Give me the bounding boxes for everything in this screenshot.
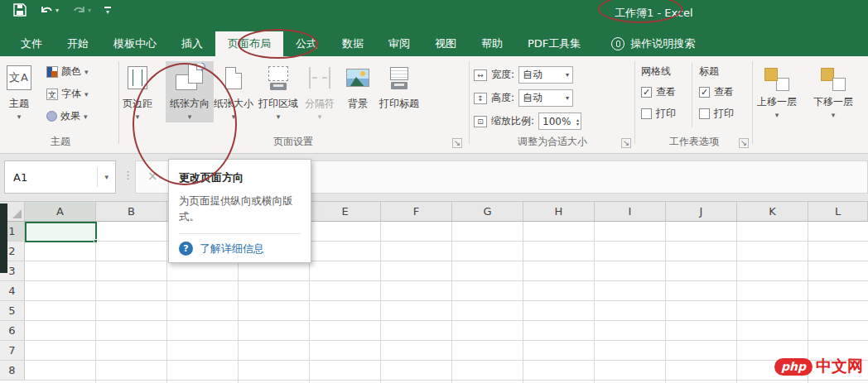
send-backward-icon: [821, 68, 846, 91]
group-separator: [469, 61, 470, 144]
tell-me-label: 操作说明搜索: [630, 36, 695, 51]
margins-label: 页边距: [123, 97, 152, 111]
formula-bar: A1 ▾ ⋮ ×: [0, 154, 868, 202]
themes-button[interactable]: 文A 主题 ▾: [7, 61, 31, 121]
customize-qat-button[interactable]: ▾: [104, 7, 111, 14]
tell-me-search[interactable]: 操作说明搜索: [611, 31, 695, 56]
cancel-icon: ×: [147, 169, 158, 184]
orientation-label: 纸张方向: [170, 97, 210, 111]
bring-forward-button[interactable]: 上移一层 ▾: [757, 66, 797, 119]
undo-button[interactable]: ▾: [40, 4, 59, 17]
group-page-setup: 页边距 ▾ ⤸ 纸张方向 ▾ 纸张大小 ▾ 打印区域 ▾ 分隔符 ▾ 背景: [121, 60, 465, 151]
row-header-4[interactable]: 4: [0, 281, 25, 301]
checkbox-checked-icon[interactable]: ✓: [699, 87, 710, 98]
column-header-e[interactable]: E: [310, 202, 381, 221]
tab-file[interactable]: 文件: [8, 31, 55, 56]
checkbox-unchecked-icon[interactable]: [641, 108, 652, 119]
height-select[interactable]: 自动▾: [518, 89, 573, 107]
sheet-options-dialog-launcher[interactable]: ↘: [739, 138, 749, 148]
theme-fonts-icon: 文: [46, 89, 58, 100]
scale-icon: ⊡: [474, 116, 487, 127]
group-label-page-setup: 页面设置: [121, 135, 465, 149]
tell-me-more-label: 了解详细信息: [200, 242, 264, 256]
paper-size-button[interactable]: 纸张大小 ▾: [214, 61, 253, 121]
sheet-options-divider: [692, 63, 692, 127]
height-icon: ↕: [474, 93, 487, 104]
group-separator: [118, 61, 119, 144]
print-area-label: 打印区域: [258, 97, 298, 111]
column-header-g[interactable]: G: [452, 202, 523, 221]
print-area-icon: [268, 66, 288, 81]
group-scale-to-fit: ↔ 宽度: 自动▾ ↕ 高度: 自动▾ ⊡ 缩放比例: 100%▴▾ 调整为合适…: [472, 60, 633, 151]
sheet-grid[interactable]: [25, 222, 868, 383]
column-header-f[interactable]: F: [381, 202, 452, 221]
headings-print-option[interactable]: 打印: [699, 107, 734, 121]
row-header-8[interactable]: 8: [0, 361, 25, 381]
supertip-orientation: 更改页面方向 为页面提供纵向或横向版式。 ? 了解详细信息: [168, 159, 311, 263]
column-header-k[interactable]: K: [737, 202, 808, 221]
tab-review[interactable]: 审阅: [376, 31, 422, 56]
name-box[interactable]: A1 ▾: [4, 160, 116, 194]
column-header-a[interactable]: A: [25, 202, 96, 221]
orientation-button[interactable]: ⤸ 纸张方向 ▾: [166, 61, 214, 122]
gridlines-view-option[interactable]: ✓ 查看: [641, 85, 676, 99]
width-select[interactable]: 自动▾: [518, 66, 573, 84]
ribbon-tab-bar: 文件 开始 模板中心 插入 页面布局 公式 数据 审阅 视图 帮助 PDF工具集…: [0, 25, 868, 56]
tell-me-more-link[interactable]: ? 了解详细信息: [179, 242, 301, 256]
scale-value: 100%: [542, 116, 571, 127]
tab-home[interactable]: 开始: [55, 31, 101, 56]
tab-page-layout[interactable]: 页面布局: [215, 31, 283, 56]
formula-bar-handle[interactable]: ⋮: [123, 169, 133, 181]
paper-size-label: 纸张大小: [214, 97, 253, 111]
margins-button[interactable]: 页边距 ▾: [123, 61, 152, 121]
scale-dialog-launcher[interactable]: ↘: [621, 138, 631, 148]
row-header-6[interactable]: 6: [0, 321, 25, 341]
tab-insert[interactable]: 插入: [169, 31, 215, 56]
selected-cell-a1[interactable]: [25, 222, 97, 242]
row-header-7[interactable]: 7: [0, 341, 25, 361]
headings-view-option[interactable]: ✓ 查看: [699, 85, 734, 99]
tab-data[interactable]: 数据: [330, 31, 376, 56]
name-box-value: A1: [5, 171, 97, 184]
width-label: 宽度:: [491, 68, 514, 82]
scale-spinner[interactable]: 100%▴▾: [538, 113, 581, 130]
tab-formulas[interactable]: 公式: [283, 31, 330, 56]
column-header-j[interactable]: J: [666, 202, 737, 221]
print-area-button[interactable]: 打印区域 ▾: [258, 61, 298, 121]
undo-dropdown-icon[interactable]: ▾: [55, 7, 59, 14]
theme-effects-button[interactable]: 效果 ▾: [46, 109, 88, 123]
page-setup-dialog-launcher[interactable]: ↘: [452, 138, 462, 148]
print-titles-icon: [390, 67, 408, 80]
print-titles-button[interactable]: 打印标题: [379, 61, 419, 111]
help-icon: ?: [179, 242, 193, 256]
gridlines-print-option[interactable]: 打印: [641, 107, 676, 121]
tab-template-center[interactable]: 模板中心: [101, 31, 169, 56]
checkbox-checked-icon[interactable]: ✓: [641, 87, 652, 98]
background-button[interactable]: 背景: [346, 61, 369, 111]
column-header-i[interactable]: I: [595, 202, 666, 221]
gridlines-view-label: 查看: [656, 85, 676, 99]
headings-print-label: 打印: [714, 107, 734, 121]
gridlines-options: 网格线 ✓ 查看 打印: [641, 65, 676, 128]
tooltip-body: 为页面提供纵向或横向版式。: [179, 193, 301, 225]
theme-colors-button[interactable]: 颜色 ▾: [46, 65, 89, 79]
row-header-5[interactable]: 5: [0, 301, 25, 321]
name-box-dropdown-icon[interactable]: ▾: [97, 167, 115, 187]
breaks-button: 分隔符 ▾: [305, 61, 335, 121]
send-backward-button[interactable]: 下移一层 ▾: [813, 66, 853, 119]
tab-pdf-tools[interactable]: PDF工具集: [515, 31, 593, 56]
group-themes: 文A 主题 ▾ 颜色 ▾ 文 字体 ▾ 效果 ▾ 主题: [3, 60, 118, 151]
tab-help[interactable]: 帮助: [469, 31, 515, 56]
theme-colors-label: 颜色: [61, 65, 81, 79]
fill-handle[interactable]: [94, 239, 98, 243]
checkbox-unchecked-icon[interactable]: [699, 108, 710, 119]
column-header-l[interactable]: L: [808, 202, 868, 221]
column-header-h[interactable]: H: [523, 202, 595, 221]
save-icon[interactable]: [13, 3, 27, 17]
width-dropdown-icon: ▾: [566, 71, 569, 79]
spinner-arrows-icon[interactable]: ▴▾: [576, 117, 579, 126]
column-header-b[interactable]: B: [96, 202, 167, 221]
theme-fonts-button[interactable]: 文 字体 ▾: [46, 87, 89, 101]
tab-view[interactable]: 视图: [422, 31, 469, 56]
group-label-themes: 主题: [3, 135, 118, 149]
